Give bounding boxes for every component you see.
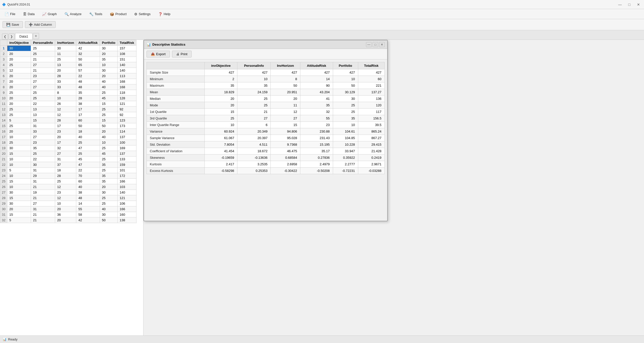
- table-row[interactable]: 35: [100, 179, 117, 184]
- table-row[interactable]: 159: [118, 162, 136, 168]
- table-row[interactable]: 25: [31, 46, 55, 51]
- table-row[interactable]: 60: [76, 118, 100, 123]
- table-row[interactable]: 58: [76, 212, 100, 217]
- table-row[interactable]: 35: [100, 162, 117, 168]
- table-row[interactable]: 21: [31, 217, 55, 223]
- table-row[interactable]: 20: [55, 217, 76, 223]
- table-row[interactable]: 173: [118, 123, 136, 129]
- table-row[interactable]: 37: [55, 162, 76, 168]
- table-row[interactable]: 21: [31, 184, 55, 190]
- table-row[interactable]: 45: [100, 151, 117, 157]
- table-row[interactable]: 60: [76, 179, 100, 184]
- table-row[interactable]: 11: [55, 51, 76, 57]
- table-row[interactable]: 92: [118, 112, 136, 118]
- table-row[interactable]: 20: [55, 68, 76, 73]
- table-row[interactable]: 65: [76, 62, 100, 68]
- table-row[interactable]: 123: [118, 118, 136, 123]
- table-row[interactable]: 48: [76, 84, 100, 90]
- table-row[interactable]: 25: [100, 201, 117, 206]
- table-row[interactable]: 26: [55, 101, 76, 107]
- table-row[interactable]: 21: [31, 195, 55, 201]
- table-row[interactable]: 25: [100, 112, 117, 118]
- table-row[interactable]: 25: [7, 123, 31, 129]
- table-row[interactable]: 5: [7, 217, 31, 223]
- table-row[interactable]: 12: [55, 195, 76, 201]
- table-row[interactable]: 25: [55, 57, 76, 62]
- close-button[interactable]: ✕: [635, 2, 642, 7]
- col-header-portfolio[interactable]: Portfolio: [100, 40, 117, 46]
- menu-item-data[interactable]: 🗄 Data: [19, 11, 38, 17]
- table-row[interactable]: 140: [118, 68, 136, 73]
- table-row[interactable]: 27: [55, 151, 76, 157]
- table-row[interactable]: 33: [55, 79, 76, 84]
- table-row[interactable]: 25: [100, 145, 117, 151]
- table-row[interactable]: 108: [118, 51, 136, 57]
- table-row[interactable]: 25: [31, 51, 55, 57]
- table-row[interactable]: 23: [55, 129, 76, 134]
- table-row[interactable]: 30: [7, 201, 31, 206]
- table-row[interactable]: 23: [31, 140, 55, 145]
- table-row[interactable]: 28: [76, 96, 100, 101]
- table-row[interactable]: 22: [31, 101, 55, 107]
- table-row[interactable]: 25: [76, 140, 100, 145]
- table-row[interactable]: 22: [76, 73, 100, 79]
- table-row[interactable]: 30: [100, 46, 117, 51]
- table-row[interactable]: 47: [76, 162, 100, 168]
- tab-data1[interactable]: Data1: [15, 33, 32, 40]
- table-row[interactable]: 10: [55, 96, 76, 101]
- table-row[interactable]: 50: [76, 57, 100, 62]
- table-row[interactable]: 20: [100, 51, 117, 57]
- table-row[interactable]: 25: [7, 90, 31, 96]
- table-row[interactable]: 15: [7, 212, 31, 217]
- table-row[interactable]: 19: [31, 190, 55, 195]
- table-row[interactable]: 20: [55, 134, 76, 140]
- table-row[interactable]: 30: [55, 46, 76, 51]
- menu-item-tools[interactable]: 🔧 Tools: [86, 11, 106, 17]
- table-row[interactable]: 17: [76, 112, 100, 118]
- table-row[interactable]: 31: [55, 157, 76, 162]
- tab-add-button[interactable]: +: [33, 33, 39, 39]
- col-header-personalInfo[interactable]: PersonalInfo: [31, 40, 55, 46]
- table-row[interactable]: 25: [7, 112, 31, 118]
- table-row[interactable]: 20: [7, 57, 31, 62]
- data-table-container[interactable]: invObjective PersonalInfo InvHorizon Att…: [0, 40, 144, 335]
- table-row[interactable]: 10: [7, 173, 31, 179]
- table-row[interactable]: 12: [55, 107, 76, 112]
- table-row[interactable]: 31: [31, 206, 55, 212]
- table-row[interactable]: 33: [55, 84, 76, 90]
- table-row[interactable]: 140: [118, 190, 136, 195]
- table-row[interactable]: 10: [100, 62, 117, 68]
- table-row[interactable]: 28: [55, 173, 76, 179]
- table-row[interactable]: 160: [118, 212, 136, 217]
- table-row[interactable]: 31: [31, 168, 55, 173]
- table-row[interactable]: 27: [31, 84, 55, 90]
- table-row[interactable]: 10: [7, 162, 31, 168]
- table-row[interactable]: 166: [118, 206, 136, 212]
- table-row[interactable]: 55: [76, 206, 100, 212]
- col-header-totalRisk[interactable]: TotalRisk: [118, 40, 136, 46]
- table-row[interactable]: 28: [55, 73, 76, 79]
- table-row[interactable]: 47: [76, 145, 100, 151]
- table-row[interactable]: 25: [7, 62, 31, 68]
- table-row[interactable]: 31: [31, 179, 55, 184]
- table-row[interactable]: 21: [31, 212, 55, 217]
- table-row[interactable]: 118: [118, 90, 136, 96]
- col-header-invHorizon[interactable]: InvHorizon: [55, 40, 76, 46]
- table-row[interactable]: 23: [55, 190, 76, 195]
- table-row[interactable]: 48: [76, 195, 100, 201]
- stats-maximize-button[interactable]: □: [373, 42, 378, 47]
- table-row[interactable]: 57: [76, 68, 100, 73]
- table-row[interactable]: 10: [55, 201, 76, 206]
- table-row[interactable]: 10: [7, 157, 31, 162]
- table-row[interactable]: 25: [31, 90, 55, 96]
- table-row[interactable]: 48: [76, 79, 100, 84]
- stats-minimize-button[interactable]: —: [366, 42, 372, 47]
- table-row[interactable]: 70: [76, 173, 100, 179]
- table-row[interactable]: 15: [7, 179, 31, 184]
- table-row[interactable]: 25: [55, 179, 76, 184]
- stats-close-button[interactable]: ✕: [379, 42, 385, 47]
- table-row[interactable]: 32: [55, 145, 76, 151]
- table-row[interactable]: 30: [100, 212, 117, 217]
- table-row[interactable]: 45: [76, 157, 100, 162]
- export-button[interactable]: 📤 Export: [147, 51, 170, 57]
